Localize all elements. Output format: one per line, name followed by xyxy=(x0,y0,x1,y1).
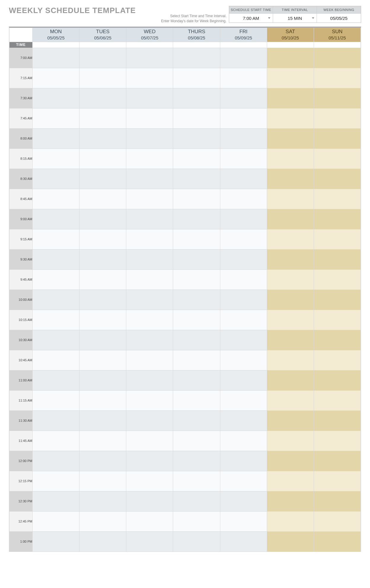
schedule-cell[interactable] xyxy=(79,88,126,108)
schedule-cell[interactable] xyxy=(220,491,267,511)
schedule-cell[interactable] xyxy=(33,531,79,552)
schedule-cell[interactable] xyxy=(126,531,173,552)
schedule-cell[interactable] xyxy=(79,491,126,511)
schedule-cell[interactable] xyxy=(220,310,267,330)
schedule-cell[interactable] xyxy=(33,169,79,189)
schedule-cell[interactable] xyxy=(33,209,79,229)
schedule-cell[interactable] xyxy=(220,148,267,169)
schedule-cell[interactable] xyxy=(79,290,126,310)
schedule-cell[interactable] xyxy=(267,370,314,390)
schedule-cell[interactable] xyxy=(33,370,79,390)
schedule-cell[interactable] xyxy=(267,290,314,310)
schedule-cell[interactable] xyxy=(267,531,314,552)
schedule-cell[interactable] xyxy=(314,350,361,370)
schedule-cell[interactable] xyxy=(33,330,79,350)
start-time-dropdown[interactable]: 7:00 AM xyxy=(229,14,273,23)
schedule-cell[interactable] xyxy=(33,491,79,511)
schedule-cell[interactable] xyxy=(126,310,173,330)
interval-dropdown[interactable]: 15 MIN xyxy=(273,14,317,23)
schedule-cell[interactable] xyxy=(126,148,173,169)
schedule-cell[interactable] xyxy=(267,350,314,370)
schedule-cell[interactable] xyxy=(79,209,126,229)
schedule-cell[interactable] xyxy=(173,249,220,269)
schedule-cell[interactable] xyxy=(33,390,79,410)
schedule-cell[interactable] xyxy=(126,451,173,471)
schedule-cell[interactable] xyxy=(220,209,267,229)
schedule-cell[interactable] xyxy=(173,390,220,410)
schedule-cell[interactable] xyxy=(220,189,267,209)
schedule-cell[interactable] xyxy=(79,330,126,350)
schedule-cell[interactable] xyxy=(79,370,126,390)
schedule-cell[interactable] xyxy=(314,148,361,169)
schedule-cell[interactable] xyxy=(126,491,173,511)
schedule-cell[interactable] xyxy=(126,189,173,209)
schedule-cell[interactable] xyxy=(173,310,220,330)
schedule-cell[interactable] xyxy=(220,431,267,451)
schedule-cell[interactable] xyxy=(33,350,79,370)
schedule-cell[interactable] xyxy=(267,108,314,128)
schedule-cell[interactable] xyxy=(173,189,220,209)
schedule-cell[interactable] xyxy=(79,531,126,552)
schedule-cell[interactable] xyxy=(33,511,79,531)
schedule-cell[interactable] xyxy=(314,209,361,229)
schedule-cell[interactable] xyxy=(314,249,361,269)
schedule-cell[interactable] xyxy=(220,390,267,410)
schedule-cell[interactable] xyxy=(126,48,173,68)
schedule-cell[interactable] xyxy=(79,189,126,209)
schedule-cell[interactable] xyxy=(126,471,173,491)
schedule-cell[interactable] xyxy=(220,249,267,269)
schedule-cell[interactable] xyxy=(314,269,361,290)
schedule-cell[interactable] xyxy=(220,531,267,552)
schedule-cell[interactable] xyxy=(220,471,267,491)
schedule-cell[interactable] xyxy=(126,108,173,128)
schedule-cell[interactable] xyxy=(267,511,314,531)
schedule-cell[interactable] xyxy=(220,88,267,108)
schedule-cell[interactable] xyxy=(314,330,361,350)
schedule-cell[interactable] xyxy=(126,128,173,148)
schedule-cell[interactable] xyxy=(267,88,314,108)
schedule-cell[interactable] xyxy=(314,310,361,330)
schedule-cell[interactable] xyxy=(79,511,126,531)
schedule-cell[interactable] xyxy=(79,390,126,410)
schedule-cell[interactable] xyxy=(173,290,220,310)
schedule-cell[interactable] xyxy=(126,209,173,229)
schedule-cell[interactable] xyxy=(220,451,267,471)
schedule-cell[interactable] xyxy=(314,491,361,511)
schedule-cell[interactable] xyxy=(126,290,173,310)
schedule-cell[interactable] xyxy=(126,390,173,410)
schedule-cell[interactable] xyxy=(267,269,314,290)
schedule-cell[interactable] xyxy=(267,209,314,229)
schedule-cell[interactable] xyxy=(314,229,361,249)
schedule-cell[interactable] xyxy=(267,249,314,269)
schedule-cell[interactable] xyxy=(79,148,126,169)
schedule-cell[interactable] xyxy=(33,269,79,290)
schedule-cell[interactable] xyxy=(79,451,126,471)
schedule-cell[interactable] xyxy=(173,148,220,169)
schedule-cell[interactable] xyxy=(33,310,79,330)
schedule-cell[interactable] xyxy=(267,128,314,148)
schedule-cell[interactable] xyxy=(314,511,361,531)
schedule-cell[interactable] xyxy=(314,169,361,189)
schedule-cell[interactable] xyxy=(220,108,267,128)
schedule-cell[interactable] xyxy=(220,229,267,249)
schedule-cell[interactable] xyxy=(173,88,220,108)
schedule-cell[interactable] xyxy=(267,330,314,350)
schedule-cell[interactable] xyxy=(126,68,173,88)
schedule-cell[interactable] xyxy=(220,410,267,431)
schedule-cell[interactable] xyxy=(314,471,361,491)
schedule-cell[interactable] xyxy=(314,68,361,88)
schedule-cell[interactable] xyxy=(126,410,173,431)
schedule-cell[interactable] xyxy=(314,290,361,310)
schedule-cell[interactable] xyxy=(126,330,173,350)
schedule-cell[interactable] xyxy=(314,431,361,451)
schedule-cell[interactable] xyxy=(220,48,267,68)
schedule-cell[interactable] xyxy=(173,48,220,68)
schedule-cell[interactable] xyxy=(220,511,267,531)
schedule-cell[interactable] xyxy=(314,88,361,108)
schedule-cell[interactable] xyxy=(126,88,173,108)
schedule-cell[interactable] xyxy=(33,290,79,310)
schedule-cell[interactable] xyxy=(33,68,79,88)
schedule-cell[interactable] xyxy=(220,128,267,148)
schedule-cell[interactable] xyxy=(267,431,314,451)
schedule-cell[interactable] xyxy=(33,189,79,209)
